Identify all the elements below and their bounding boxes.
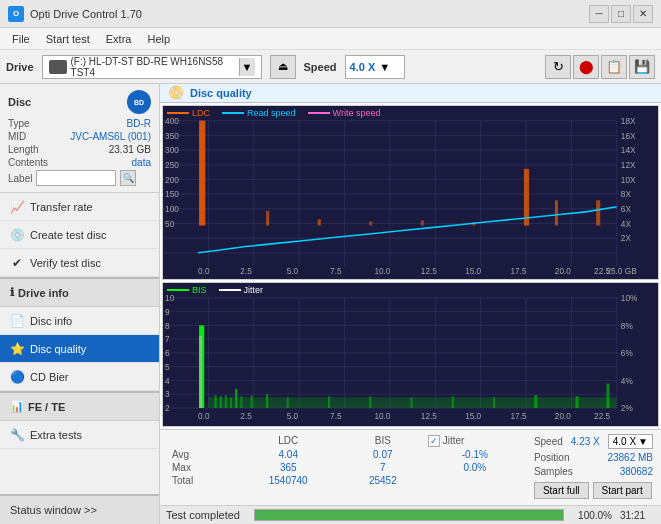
drive-label: Drive bbox=[6, 61, 34, 73]
start-part-button[interactable]: Start part bbox=[593, 482, 652, 499]
menu-help[interactable]: Help bbox=[139, 31, 178, 47]
speed-selector[interactable]: 4.0 X ▼ bbox=[345, 55, 405, 79]
nav-section-fe-te[interactable]: 📊 FE / TE bbox=[0, 391, 159, 421]
disc-quality-icon: ⭐ bbox=[10, 342, 24, 356]
svg-text:9: 9 bbox=[165, 307, 170, 317]
svg-text:17.5: 17.5 bbox=[511, 410, 527, 420]
svg-text:7: 7 bbox=[165, 334, 170, 344]
status-window-button[interactable]: Status window >> bbox=[0, 494, 159, 524]
status-window-label: Status window >> bbox=[10, 504, 97, 516]
svg-text:18X: 18X bbox=[621, 116, 636, 126]
chart-header-icon: 📀 bbox=[168, 85, 184, 100]
svg-text:2: 2 bbox=[165, 403, 170, 413]
erase-button[interactable]: ⬤ bbox=[573, 55, 599, 79]
avg-bis: 0.07 bbox=[342, 448, 424, 461]
progress-bar-fill bbox=[255, 510, 563, 520]
progress-label: 100.0% bbox=[572, 510, 612, 521]
legend-bis-label: BIS bbox=[192, 285, 207, 295]
disc-search-button[interactable]: 🔍 bbox=[120, 170, 136, 186]
svg-text:10.0: 10.0 bbox=[374, 410, 390, 420]
speed-set-selector[interactable]: 4.0 X ▼ bbox=[608, 434, 653, 449]
nav-item-extra-tests[interactable]: 🔧 Extra tests bbox=[0, 421, 159, 449]
svg-text:300: 300 bbox=[165, 145, 179, 155]
jitter-legend-color bbox=[219, 289, 241, 291]
eject-button[interactable]: ⏏ bbox=[270, 55, 296, 79]
top-chart-svg: 400 350 300 250 200 150 100 50 18X 16X 1… bbox=[163, 106, 658, 279]
maximize-button[interactable]: □ bbox=[611, 5, 631, 23]
svg-rect-107 bbox=[220, 396, 222, 408]
svg-rect-108 bbox=[225, 395, 227, 408]
avg-ldc: 4.04 bbox=[235, 448, 342, 461]
svg-text:50: 50 bbox=[165, 218, 175, 228]
stats-area: LDC BIS ✓ Jitter Avg bbox=[160, 429, 661, 505]
menu-file[interactable]: File bbox=[4, 31, 38, 47]
svg-text:200: 200 bbox=[165, 174, 179, 184]
nav-item-disc-info[interactable]: 📄 Disc info bbox=[0, 307, 159, 335]
svg-rect-115 bbox=[411, 397, 413, 408]
app-icon: O bbox=[8, 6, 24, 22]
ldc-legend-color bbox=[167, 112, 189, 114]
svg-rect-116 bbox=[452, 396, 454, 408]
disc-label-label: Label bbox=[8, 173, 32, 184]
sidebar: Disc BD Type BD-R MID JVC-AMS6L (001) Le… bbox=[0, 84, 160, 524]
nav-item-create-test-disc[interactable]: 💿 Create test disc bbox=[0, 221, 159, 249]
col-bis-header: BIS bbox=[342, 434, 424, 448]
nav-item-label-transfer-rate: Transfer rate bbox=[30, 201, 93, 213]
stats-table: LDC BIS ✓ Jitter Avg bbox=[168, 434, 526, 501]
disc-type-label: Type bbox=[8, 118, 30, 129]
nav-item-disc-quality[interactable]: ⭐ Disc quality bbox=[0, 335, 159, 363]
toolbar-icons: ↻ ⬤ 📋 💾 bbox=[545, 55, 655, 79]
nav-item-verify-test-disc[interactable]: ✔ Verify test disc bbox=[0, 249, 159, 277]
svg-text:4X: 4X bbox=[621, 218, 632, 228]
menu-extra[interactable]: Extra bbox=[98, 31, 140, 47]
nav-item-transfer-rate[interactable]: 📈 Transfer rate bbox=[0, 193, 159, 221]
jitter-checkbox-row[interactable]: ✓ Jitter bbox=[428, 435, 522, 447]
svg-text:7.5: 7.5 bbox=[330, 410, 342, 420]
nav-section-drive-info[interactable]: ℹ Drive info bbox=[0, 277, 159, 307]
nav-item-cd-bier[interactable]: 🔵 CD Bier bbox=[0, 363, 159, 391]
svg-rect-121 bbox=[199, 336, 202, 408]
nav-item-label-disc-info: Disc info bbox=[30, 315, 72, 327]
svg-rect-111 bbox=[251, 395, 253, 408]
svg-text:2.5: 2.5 bbox=[240, 410, 252, 420]
svg-text:350: 350 bbox=[165, 130, 179, 140]
disc-contents-value: data bbox=[132, 157, 151, 168]
samples-row: Samples 380682 bbox=[534, 466, 653, 477]
speed-label: Speed bbox=[304, 61, 337, 73]
samples-label: Samples bbox=[534, 466, 573, 477]
nav-item-label-extra-tests: Extra tests bbox=[30, 429, 82, 441]
jitter-checkbox[interactable]: ✓ bbox=[428, 435, 440, 447]
svg-text:12.5: 12.5 bbox=[421, 410, 437, 420]
svg-rect-49 bbox=[199, 121, 205, 226]
close-button[interactable]: ✕ bbox=[633, 5, 653, 23]
drive-icon bbox=[49, 60, 67, 74]
svg-text:5.0: 5.0 bbox=[287, 266, 299, 276]
total-ldc: 1540740 bbox=[235, 474, 342, 487]
cd-bier-icon: 🔵 bbox=[10, 370, 24, 384]
bottom-chart-svg: 10 9 8 7 6 5 4 3 2 10% 8% 6% 4% 2% 0.0 bbox=[163, 283, 658, 426]
svg-text:12.5: 12.5 bbox=[421, 266, 437, 276]
drive-dropdown-arrow[interactable]: ▼ bbox=[239, 58, 255, 76]
nav-item-label-verify-test-disc: Verify test disc bbox=[30, 257, 101, 269]
svg-text:15.0: 15.0 bbox=[465, 266, 481, 276]
start-full-button[interactable]: Start full bbox=[534, 482, 589, 499]
svg-text:25.0 GB: 25.0 GB bbox=[606, 266, 637, 276]
top-chart: LDC Read speed Write speed bbox=[162, 105, 659, 280]
drive-selector[interactable]: (F:) HL-DT-ST BD-RE WH16NS58 TST4 ▼ bbox=[42, 55, 262, 79]
copy-button[interactable]: 📋 bbox=[601, 55, 627, 79]
extra-tests-icon: 🔧 bbox=[10, 428, 24, 442]
save-button[interactable]: 💾 bbox=[629, 55, 655, 79]
disc-label-input[interactable] bbox=[36, 170, 116, 186]
time-display: 31:21 bbox=[620, 510, 655, 521]
menu-start-test[interactable]: Start test bbox=[38, 31, 98, 47]
legend-bis: BIS bbox=[167, 285, 207, 295]
speed-dropdown-arrow[interactable]: ▼ bbox=[379, 61, 390, 73]
row-total-label: Total bbox=[168, 474, 235, 487]
right-panel: 📀 Disc quality LDC Read speed bbox=[160, 84, 661, 524]
disc-length-label: Length bbox=[8, 144, 39, 155]
svg-rect-57 bbox=[596, 200, 600, 225]
legend-jitter: Jitter bbox=[219, 285, 264, 295]
refresh-button[interactable]: ↻ bbox=[545, 55, 571, 79]
minimize-button[interactable]: ─ bbox=[589, 5, 609, 23]
svg-rect-119 bbox=[576, 396, 579, 408]
